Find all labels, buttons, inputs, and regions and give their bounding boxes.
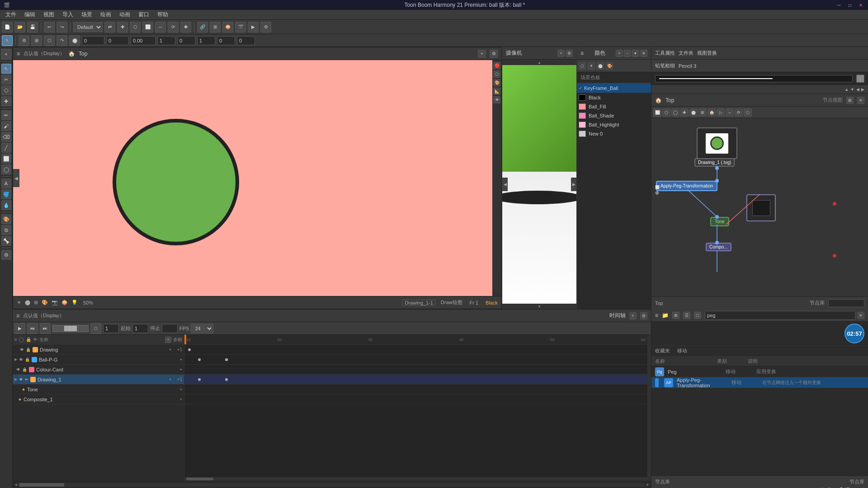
home-icon[interactable]: 🏠 [68,51,75,57]
vf-cam-icon[interactable]: 📷 [52,300,58,305]
lr-add-5[interactable]: + [180,387,182,392]
menu-draw[interactable]: 绘画 [97,10,115,19]
palette-new0[interactable]: New 0 [577,129,651,138]
side-tool-4[interactable]: 📐 [493,88,500,95]
camera-add[interactable]: + [557,50,565,57]
lr-add-6[interactable]: + [180,397,182,402]
tb-grid[interactable]: ⊞ [210,22,221,33]
tb-settings[interactable]: ⚙ [260,22,271,33]
tl-add[interactable]: + [629,312,637,319]
color-tool-2[interactable]: ☀ [588,62,595,70]
tb2-t4[interactable]: ↷ [57,35,67,46]
tool-deform[interactable]: ⧉ [1,225,11,235]
tl-prev[interactable]: ⏭ [40,323,51,334]
tb-play[interactable]: ▶ [248,22,259,33]
scroll-up-btn[interactable]: ▲ [844,87,849,92]
tl-frame-icon[interactable]: ⬡ [90,323,101,334]
scroll-left-btn[interactable]: ◀ [856,87,859,92]
tb-tool6[interactable]: ⟳ [168,22,179,33]
menu-import[interactable]: 导入 [59,10,77,19]
nv-tb5[interactable]: ⬤ [689,108,698,117]
color-tool-3[interactable]: ⬤ [597,62,604,70]
tool-settings[interactable]: ⚙ [1,250,11,260]
palette-ball-fill[interactable]: Ball_Fill [577,102,651,111]
vf-render-icon[interactable]: 💡 [71,300,78,305]
layer-composite-1[interactable]: ★ Composite_1 + [13,394,184,404]
pencil-swatch[interactable] [856,75,864,83]
props-search-clear[interactable]: ✕ [857,312,864,319]
tb-save[interactable]: 💾 [27,22,38,33]
prop-row-peg[interactable]: Pg Peg 移动 应用变换 [651,366,868,377]
cat-folder[interactable]: 收藏夹 [655,347,670,354]
tb-render[interactable]: 🎬 [235,22,246,33]
tool-reposition[interactable]: ✚ [1,96,11,106]
camera-left-arrow[interactable]: ◀ [502,178,508,191]
track-scroll-v[interactable] [647,335,651,481]
tb-tool1[interactable]: ⇄ [104,22,115,33]
nv-tb3[interactable]: ◯ [671,108,679,117]
tool-transform[interactable]: ⬡ [1,85,11,95]
tool-cutter[interactable]: ✂ [1,75,11,84]
camera-scroll-down[interactable]: ▼ [502,304,576,309]
tb-undo[interactable]: ↩ [44,22,55,33]
tl-rewind[interactable]: ⏮ [27,323,38,334]
tl-scroll-left[interactable]: ◀ [13,483,19,487]
nv-tb6[interactable]: ⊞ [698,108,707,117]
side-tool-2[interactable]: ⬡ [493,70,500,78]
tb-snap[interactable]: 🔗 [197,22,208,33]
viewport-options-btn[interactable]: ⚙ [490,50,498,58]
tone-node[interactable]: Tone [710,217,729,226]
tb-open[interactable]: 📂 [14,22,25,33]
drawing-node-thumb[interactable] [697,127,737,159]
maximize-button[interactable]: □ [846,1,854,9]
tb2-y-input[interactable] [106,36,129,45]
tl-opts[interactable]: ⚙ [640,312,647,319]
props-peg-icon[interactable]: ⬡ [694,312,701,319]
camera-right-arrow[interactable]: ▶ [571,178,576,191]
lr-lock[interactable]: 🔒 [26,347,31,352]
layer-ball-pg[interactable]: ▶ 👁 🔒 Ball-P-G + [13,355,184,365]
tl-menu-icon[interactable]: ≡ [16,313,19,319]
lr-collapse-4[interactable]: ▶ [14,377,17,381]
menu-animate[interactable]: 动画 [116,10,134,19]
kf-dot-2a[interactable] [198,358,201,361]
apply-peg-node[interactable]: Apply-Peg-Transformation [656,181,717,191]
composite-node[interactable]: Compo... [706,243,731,251]
lr-add-3[interactable]: + [180,367,182,372]
palette-header-row[interactable]: ✓ KeyFrame_Ball [577,83,651,93]
vf-grid-icon[interactable]: ⊞ [34,300,38,305]
lr-add-4[interactable]: + [169,377,171,382]
color-add[interactable]: + [616,50,623,57]
nv-tb10[interactable]: ⟳ [735,108,743,117]
tool-eyedrop[interactable]: 💧 [1,200,11,210]
preset-select[interactable]: Default [73,22,103,32]
tool-text[interactable]: A [1,178,11,188]
nv-tb7[interactable]: 🏠 [708,108,716,117]
tb2-v1[interactable] [197,36,215,45]
layer-add[interactable]: + [165,337,171,343]
tool-bone[interactable]: 🦴 [1,236,11,246]
tool-fill[interactable]: 🪣 [1,189,11,199]
nv-opts[interactable]: ⊞ [846,97,854,104]
camera-opts[interactable]: ⚙ [566,50,573,57]
tb2-x-input[interactable] [82,36,104,45]
cat-move[interactable]: 移动 [677,347,687,354]
tool-color[interactable]: 🎨 [1,214,11,224]
lr-lock-4[interactable]: ✏ [25,377,28,382]
menu-help[interactable]: 帮助 [154,10,172,19]
lr-eye-2[interactable]: 👁 [19,357,23,362]
kf-dot-2c[interactable] [225,358,228,361]
side-tool-5[interactable]: 👁 [493,96,500,103]
menu-window[interactable]: 窗口 [135,10,153,19]
viewport-add-btn[interactable]: + [478,50,486,58]
tb-tool2[interactable]: ✚ [117,22,128,33]
lr-lock-2[interactable]: 🔒 [25,357,30,362]
props-folder-icon[interactable]: 📁 [662,312,669,319]
color-close[interactable]: ✕ [640,50,647,57]
kf-dot-1[interactable] [188,348,191,351]
tool-brush[interactable]: 🖌 [1,121,11,131]
tool-menu[interactable]: ≡ [1,49,12,60]
color-opts[interactable]: ▾ [632,50,639,57]
palette-ball-highlight[interactable]: Ball_Highlight [577,120,651,129]
props-grid-icon[interactable]: ⊞ [672,312,679,319]
